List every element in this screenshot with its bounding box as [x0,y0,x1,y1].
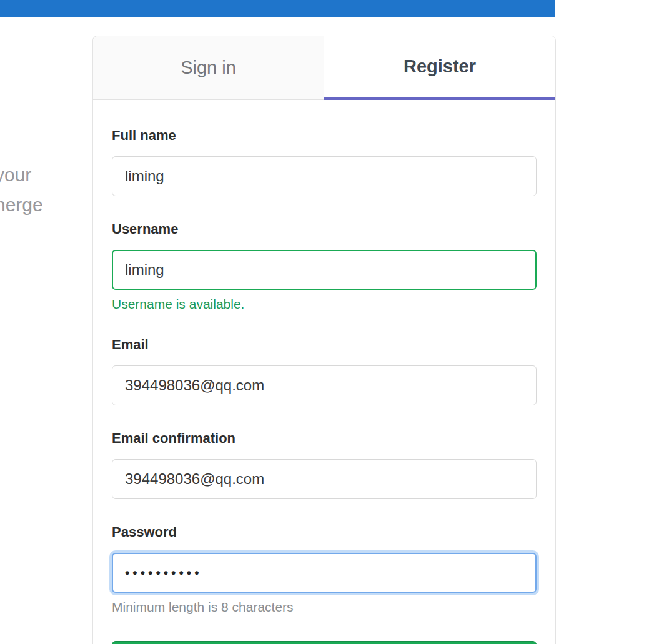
tab-register-label: Register [404,56,476,77]
email-field-group: Email [112,337,537,405]
auth-card: Sign in Register Full name Username User… [92,36,556,644]
password-input[interactable] [112,553,537,593]
password-field-group: Password Minimum length is 8 characters [112,524,537,615]
masthead-bar [0,0,555,17]
register-form: Full name Username Username is available… [93,100,555,644]
background-text: your nerge [0,160,43,220]
password-minlength-hint: Minimum length is 8 characters [112,600,537,615]
auth-tabs: Sign in Register [93,36,555,100]
email-confirmation-label: Email confirmation [112,430,537,447]
username-label: Username [112,221,537,237]
password-label: Password [112,524,537,540]
email-input[interactable] [112,365,537,405]
register-submit-button[interactable] [112,641,537,644]
email-label: Email [112,337,537,353]
full-name-input[interactable] [112,156,537,196]
tab-sign-in-label: Sign in [181,57,236,78]
email-confirmation-input[interactable] [112,459,537,499]
tab-sign-in[interactable]: Sign in [93,36,324,100]
username-input[interactable] [112,250,537,290]
username-availability-hint: Username is available. [112,297,537,312]
full-name-field-group: Full name [112,127,537,196]
tab-register[interactable]: Register [324,36,555,100]
full-name-label: Full name [112,127,537,144]
email-confirmation-field-group: Email confirmation [112,430,537,499]
username-field-group: Username Username is available. [112,221,537,312]
background-text-line: your [0,160,43,190]
background-text-line: nerge [0,190,43,220]
